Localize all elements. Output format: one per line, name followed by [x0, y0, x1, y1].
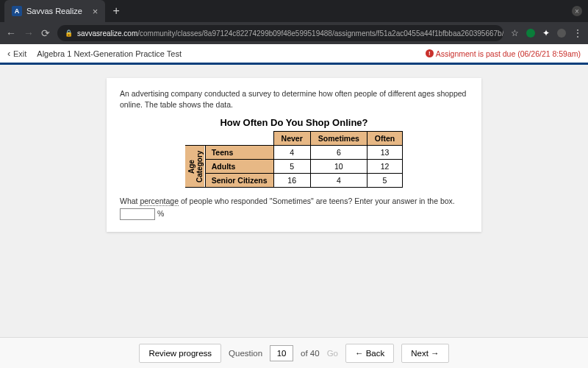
- extension-icons: ☆ ✦ ⋮: [511, 28, 582, 38]
- favicon: A: [12, 6, 22, 16]
- table-corner: [185, 132, 273, 146]
- cell: 5: [367, 174, 402, 188]
- cell: 4: [273, 146, 310, 160]
- forward-icon: →: [24, 27, 34, 39]
- content-area: An advertising company conducted a surve…: [0, 65, 588, 337]
- warning-icon: !: [426, 49, 434, 57]
- cell: 6: [310, 146, 367, 160]
- browser-tab[interactable]: A Savvas Realize ×: [4, 0, 105, 22]
- row-header: Senior Citizens: [205, 174, 273, 188]
- browser-tab-strip: A Savvas Realize × + ×: [0, 0, 588, 22]
- assignment-title: Algebra 1 Next-Generation Practice Test: [37, 49, 182, 58]
- back-button[interactable]: ← Back: [345, 344, 394, 363]
- answer-input[interactable]: [120, 208, 155, 220]
- extension-icon[interactable]: [526, 29, 535, 38]
- side-label: AgeCategory: [185, 146, 205, 188]
- go-button[interactable]: Go: [327, 349, 338, 358]
- cell: 4: [310, 174, 367, 188]
- due-warning-text: Assignment is past due (06/26/21 8:59am): [436, 49, 581, 58]
- url-domain: savvasrealize.com: [77, 29, 137, 38]
- window-close-icon[interactable]: ×: [572, 6, 582, 16]
- row-header: Teens: [205, 146, 273, 160]
- question-number-input[interactable]: [270, 345, 293, 361]
- new-tab-button[interactable]: +: [112, 4, 119, 18]
- back-icon[interactable]: ←: [6, 27, 16, 39]
- url-path: /community/classes/8a97124c82274299b09f4…: [137, 29, 503, 38]
- review-progress-button[interactable]: Review progress: [139, 344, 221, 363]
- footer-nav: Review progress Question of 40 Go ← Back…: [0, 337, 588, 368]
- browser-toolbar: ← → ⟳ 🔒 savvasrealize.com/community/clas…: [0, 22, 588, 44]
- menu-icon[interactable]: ⋮: [573, 28, 582, 38]
- address-bar[interactable]: 🔒 savvasrealize.com/community/classes/8a…: [57, 25, 503, 41]
- cell: 12: [367, 160, 402, 174]
- col-header: Never: [273, 132, 310, 146]
- cell: 13: [367, 146, 402, 160]
- tab-title: Savvas Realize: [26, 7, 82, 15]
- table-title: How Often Do You Shop Online?: [120, 117, 468, 128]
- question-intro: An advertising company conducted a surve…: [120, 88, 468, 110]
- cell: 10: [310, 160, 367, 174]
- due-warning: ! Assignment is past due (06/26/21 8:59a…: [426, 49, 581, 58]
- data-table: Never Sometimes Often AgeCategory Teens …: [185, 131, 404, 188]
- question-text: What percentage of people who responded …: [120, 195, 468, 220]
- question-card: An advertising company conducted a surve…: [107, 78, 481, 232]
- question-total: of 40: [301, 349, 320, 358]
- profile-icon[interactable]: [557, 29, 566, 38]
- app-header: Exit Algebra 1 Next-Generation Practice …: [0, 44, 588, 65]
- dotted-term: percentage: [140, 197, 179, 206]
- exit-button[interactable]: Exit: [7, 48, 26, 59]
- next-button[interactable]: Next →: [401, 344, 448, 363]
- unit-label: %: [157, 209, 164, 218]
- close-tab-icon[interactable]: ×: [93, 6, 98, 17]
- reload-icon[interactable]: ⟳: [41, 27, 50, 39]
- col-header: Sometimes: [310, 132, 367, 146]
- extensions-icon[interactable]: ✦: [542, 28, 550, 38]
- star-icon[interactable]: ☆: [511, 28, 519, 38]
- col-header: Often: [367, 132, 402, 146]
- lock-icon: 🔒: [65, 29, 73, 37]
- row-header: Adults: [205, 160, 273, 174]
- cell: 16: [273, 174, 310, 188]
- question-label: Question: [229, 349, 262, 358]
- cell: 5: [273, 160, 310, 174]
